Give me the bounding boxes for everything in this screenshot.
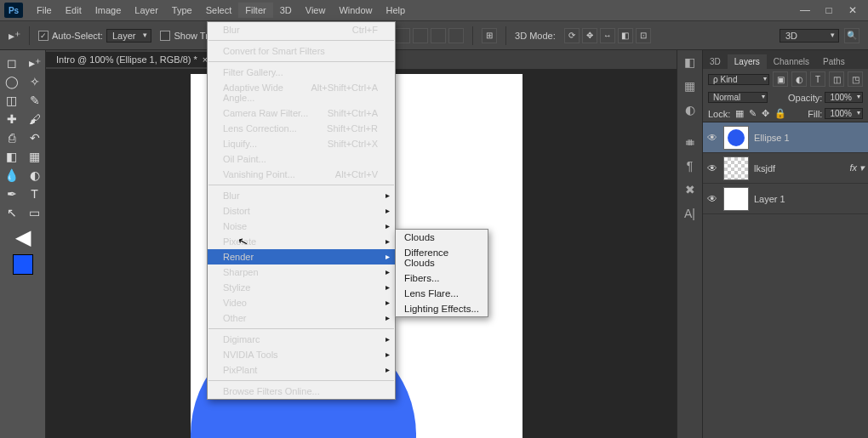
menu-item-blur[interactable]: Blur (208, 188, 395, 203)
lasso-tool-icon[interactable]: ◯ (0, 72, 23, 91)
menu-select[interactable]: Select (199, 3, 239, 18)
distribute-btn[interactable] (448, 28, 464, 43)
menu-item-pixplant[interactable]: PixPlant (208, 362, 395, 378)
menu-item-vanishing-point-[interactable]: Vanishing Point...Alt+Ctrl+V (208, 167, 395, 182)
menu-item-camera-raw-filter-[interactable]: Camera Raw Filter...Shift+Ctrl+A (208, 105, 395, 121)
filter-pixel-icon[interactable]: ▣ (773, 71, 788, 87)
filter-adjust-icon[interactable]: ◐ (791, 71, 807, 87)
blur-tool-icon[interactable]: 💧 (0, 166, 23, 185)
menu-item-adaptive-wide-angle-[interactable]: Adaptive Wide Angle...Alt+Shift+Ctrl+A (208, 80, 395, 105)
submenu-item-clouds[interactable]: Clouds (396, 230, 488, 245)
3d-btn[interactable]: ✥ (582, 28, 597, 43)
menu-item-oil-paint-[interactable]: Oil Paint... (208, 151, 395, 167)
menu-window[interactable]: Window (332, 3, 379, 18)
gradient-tool-icon[interactable]: ▦ (23, 147, 46, 166)
visibility-icon[interactable]: 👁 (706, 132, 718, 144)
history-brush-icon[interactable]: ↶ (23, 128, 46, 147)
3d-btn[interactable]: ↔ (600, 28, 615, 43)
menu-item-nvidia-tools[interactable]: NVIDIA Tools (208, 347, 395, 362)
menu-file[interactable]: File (30, 3, 59, 18)
panel-tab-3d[interactable]: 3D (703, 54, 728, 69)
auto-align-btn[interactable]: ⊞ (482, 28, 497, 43)
minimize-button[interactable]: — (794, 3, 816, 17)
stamp-tool-icon[interactable]: ⎙ (0, 128, 23, 147)
menu-item-sharpen[interactable]: Sharpen (208, 265, 395, 280)
panel-tab-paths[interactable]: Paths (816, 54, 852, 69)
lock-position-icon[interactable]: ✥ (762, 108, 769, 119)
menu-item-stylize[interactable]: Stylize (208, 280, 395, 295)
type-panel-icon[interactable]: A| (684, 207, 695, 220)
layer-filter-kind[interactable]: ρ Kind (708, 74, 769, 85)
menu-help[interactable]: Help (380, 3, 413, 18)
styles-panel-icon[interactable]: ⩩ (684, 135, 696, 149)
submenu-item-lens-flare-[interactable]: Lens Flare... (396, 286, 488, 301)
menu-view[interactable]: View (299, 3, 333, 18)
3d-btn[interactable]: ⊡ (636, 28, 651, 43)
auto-select-target-dropdown[interactable]: Layer (106, 29, 152, 43)
blend-mode-dropdown[interactable]: Normal (708, 92, 768, 103)
submenu-item-difference-clouds[interactable]: Difference Clouds (396, 245, 488, 270)
lock-brush-icon[interactable]: ✎ (749, 108, 757, 119)
brush-tool-icon[interactable]: 🖌 (23, 110, 46, 128)
menu-item-filter-gallery-[interactable]: Filter Gallery... (208, 65, 395, 80)
filter-smart-icon[interactable]: ◳ (848, 71, 863, 87)
submenu-item-fibers-[interactable]: Fibers... (396, 270, 488, 286)
path-tool-icon[interactable]: ↖ (0, 203, 23, 222)
eraser-tool-icon[interactable]: ◧ (0, 147, 23, 166)
menu-item-convert-for-smart-filters[interactable]: Convert for Smart Filters (208, 43, 395, 59)
menu-item-other[interactable]: Other (208, 310, 395, 326)
menu-image[interactable]: Image (89, 3, 128, 18)
lock-pixels-icon[interactable]: ▦ (735, 108, 744, 119)
pen-tool-icon[interactable]: ✒ (0, 185, 23, 203)
visibility-icon[interactable]: 👁 (706, 162, 718, 174)
menu-item-noise[interactable]: Noise (208, 219, 395, 234)
paragraph-panel-icon[interactable]: ¶ (687, 159, 694, 173)
distribute-btn[interactable] (413, 28, 428, 43)
auto-select-checkbox[interactable]: ✓ (38, 31, 49, 41)
menu-edit[interactable]: Edit (59, 3, 89, 18)
layer-row[interactable]: 👁lksjdffx ▾ (703, 153, 868, 184)
marquee-tool-icon[interactable]: ◻ (0, 54, 23, 72)
menu-item-digimarc[interactable]: Digimarc (208, 332, 395, 347)
submenu-item-lighting-effects-[interactable]: Lighting Effects... (396, 301, 488, 316)
menu-item-liquify-[interactable]: Liquify...Shift+Ctrl+X (208, 136, 395, 151)
visibility-icon[interactable]: 👁 (706, 193, 718, 205)
maximize-button[interactable]: □ (818, 3, 840, 17)
panel-tab-channels[interactable]: Channels (767, 54, 816, 69)
menu-item-lens-correction-[interactable]: Lens Correction...Shift+Ctrl+R (208, 121, 395, 136)
document-tab[interactable]: Intro @ 100% (Ellipse 1, RGB/8) * × (46, 52, 218, 67)
color-panel-icon[interactable]: ◧ (684, 55, 695, 69)
distribute-btn[interactable] (395, 28, 410, 43)
menu-type[interactable]: Type (165, 3, 199, 18)
foreground-swatch[interactable] (13, 254, 33, 275)
layer-fx-icon[interactable]: fx ▾ (849, 162, 865, 173)
wand-tool-icon[interactable]: ✧ (23, 72, 46, 91)
fill-value[interactable]: 100% (825, 108, 863, 119)
adjust-panel-icon[interactable]: ◐ (685, 103, 695, 117)
swatches-panel-icon[interactable]: ▦ (684, 79, 695, 93)
filter-type-icon[interactable]: T (810, 71, 825, 87)
character-panel-icon[interactable]: ✖ (685, 183, 695, 196)
3d-btn[interactable]: ◧ (618, 28, 633, 43)
3d-btn[interactable]: ⟳ (564, 28, 580, 43)
dodge-tool-icon[interactable]: ◐ (23, 166, 46, 185)
lock-all-icon[interactable]: 🔒 (774, 108, 786, 119)
distribute-btn[interactable] (431, 28, 446, 43)
menu-item-browse-filters-online-[interactable]: Browse Filters Online... (208, 384, 395, 399)
heal-tool-icon[interactable]: ✚ (0, 110, 23, 128)
filter-shape-icon[interactable]: ◫ (829, 71, 844, 87)
menu-filter[interactable]: Filter (238, 3, 272, 18)
type-tool-icon[interactable]: T (23, 185, 46, 203)
panel-tab-layers[interactable]: Layers (728, 54, 767, 69)
crop-tool-icon[interactable]: ◫ (0, 91, 23, 110)
close-button[interactable]: ✕ (842, 3, 864, 17)
layer-row[interactable]: 👁Layer 1 (703, 184, 868, 214)
show-transform-checkbox[interactable] (160, 31, 170, 41)
eyedropper-tool-icon[interactable]: ✎ (23, 91, 46, 110)
search-icon[interactable]: 🔍 (844, 28, 859, 43)
menu-item-blur[interactable]: BlurCtrl+F (208, 22, 395, 37)
move-tool-icon[interactable]: ▸⁺ (23, 54, 46, 72)
opacity-value[interactable]: 100% (825, 92, 863, 103)
workspace-dropdown[interactable]: 3D (779, 29, 839, 43)
layer-row[interactable]: 👁Ellipse 1 (703, 122, 868, 153)
